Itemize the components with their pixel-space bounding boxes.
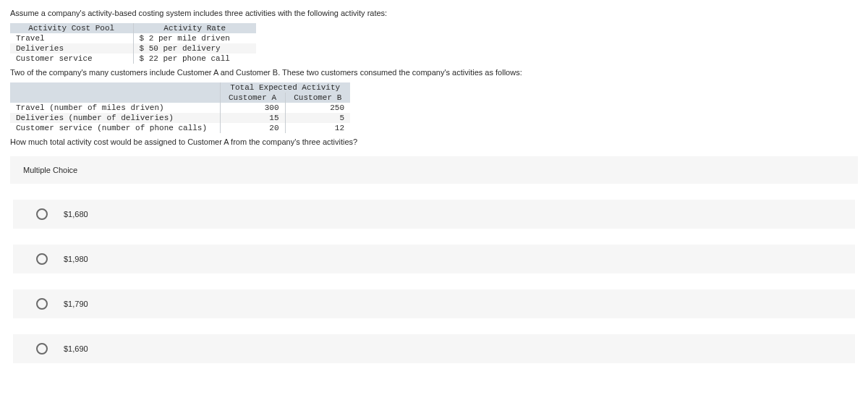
- options-list: $1,680 $1,980 $1,790 $1,690: [10, 200, 858, 363]
- table-row: Deliveries$ 50 per delivery: [10, 43, 256, 54]
- activity-rate-table: Activity Cost Pool Activity Rate Travel$…: [10, 23, 256, 64]
- radio-icon: [36, 253, 48, 265]
- intro-text: Assume a company's activity-based costin…: [10, 9, 858, 17]
- t2-header-b: Customer B: [285, 93, 350, 103]
- option-4[interactable]: $1,690: [13, 334, 855, 363]
- table-row: Customer service (number of phone calls)…: [10, 123, 350, 133]
- table-row: Travel (number of miles driven) 300 250: [10, 103, 350, 113]
- t2-header-a: Customer A: [220, 93, 285, 103]
- option-label: $1,790: [64, 300, 88, 308]
- option-3[interactable]: $1,790: [13, 289, 855, 318]
- t1-header-pool: Activity Cost Pool: [10, 23, 133, 33]
- table-row: Travel$ 2 per mile driven: [10, 33, 256, 43]
- multiple-choice-label: Multiple Choice: [10, 156, 858, 184]
- option-label: $1,690: [64, 344, 88, 353]
- expected-activity-table: Total Expected Activity Customer A Custo…: [10, 82, 350, 133]
- between-text: Two of the company's many customers incl…: [10, 68, 858, 77]
- radio-icon: [36, 208, 48, 220]
- multiple-choice-block: Multiple Choice $1,680 $1,980 $1,790 $1,…: [10, 156, 858, 363]
- option-1[interactable]: $1,680: [13, 200, 855, 229]
- t1-header-rate: Activity Rate: [133, 23, 256, 33]
- radio-icon: [36, 298, 48, 310]
- table-row: Customer service$ 22 per phone call: [10, 54, 256, 64]
- radio-icon: [36, 343, 48, 355]
- option-label: $1,680: [64, 210, 88, 219]
- option-2[interactable]: $1,980: [13, 245, 855, 273]
- t2-super-header: Total Expected Activity: [220, 82, 350, 93]
- table-row: Deliveries (number of deliveries) 15 5: [10, 113, 350, 123]
- option-label: $1,980: [64, 255, 88, 263]
- question-text: How much total activity cost would be as…: [10, 137, 858, 146]
